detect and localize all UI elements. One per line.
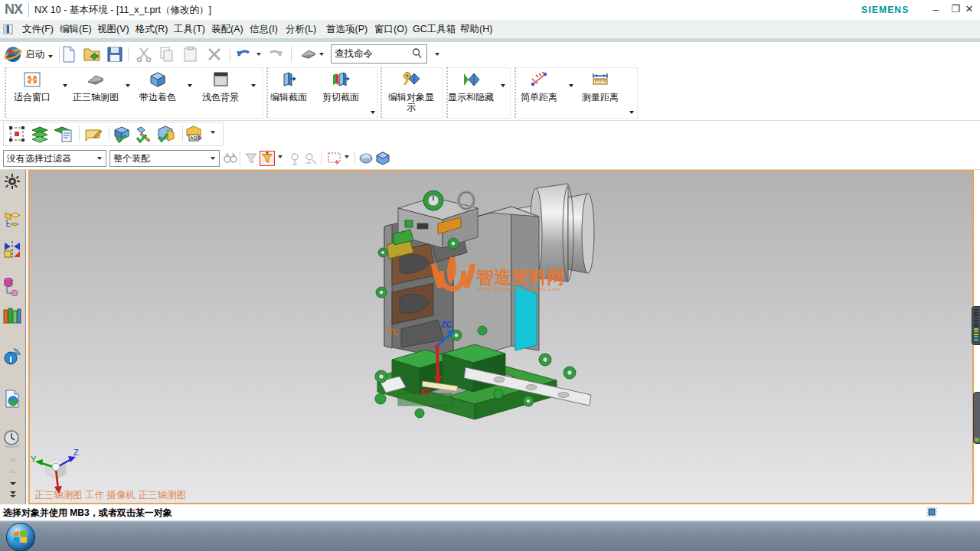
search-icon[interactable] bbox=[411, 47, 423, 60]
ribbon-button-label: 显示和隐藏 bbox=[447, 93, 495, 103]
hd3d-tools-icon[interactable] bbox=[2, 347, 22, 367]
simple-distance-dropdown-icon[interactable] bbox=[569, 84, 573, 87]
ribbon-button-clip-section[interactable]: 剪切截面 bbox=[317, 68, 364, 103]
ribbon-button-edit-section[interactable]: 编辑截面 bbox=[265, 68, 312, 103]
ribbon-button-label: 浅色背景 bbox=[197, 93, 244, 103]
selection-scope-value: 整个装配 bbox=[113, 152, 150, 165]
window-title: NX 10 - 基本环境 - [11_x_t.prt（修改的）] bbox=[34, 4, 211, 17]
tool-check-icon[interactable] bbox=[135, 125, 153, 143]
section-group-overflow-icon[interactable] bbox=[371, 111, 375, 114]
trimetric-view-dropdown-icon[interactable] bbox=[126, 84, 130, 87]
menu-item-information[interactable]: 信息(I) bbox=[247, 23, 280, 36]
shaded-select-icon[interactable] bbox=[358, 151, 374, 166]
assembly-constraints-icon[interactable] bbox=[8, 125, 26, 143]
ribbon-button-measure-distance[interactable]: 测量距离 bbox=[577, 68, 624, 103]
selection-bar: 没有选择过滤器 整个装配 bbox=[0, 146, 980, 170]
siemens-brand: SIEMENS bbox=[861, 5, 909, 15]
annotation-icon[interactable]: ABC bbox=[186, 125, 204, 143]
save-icon[interactable] bbox=[106, 45, 124, 64]
menu-item-window[interactable]: 窗口(O) bbox=[372, 23, 410, 36]
menu-item-help[interactable]: 帮助(H) bbox=[458, 23, 495, 36]
undo-icon[interactable] bbox=[234, 45, 253, 64]
ribbon-button-show-hide[interactable]: 显示和隐藏 bbox=[447, 68, 495, 103]
resource-scroll-up-icon[interactable] bbox=[8, 466, 18, 472]
menu-item-analysis[interactable]: 分析(L) bbox=[283, 23, 318, 36]
layer-settings-icon[interactable] bbox=[54, 125, 73, 143]
new-file-icon[interactable] bbox=[60, 45, 78, 64]
screen-overlay-meter-widget[interactable] bbox=[972, 306, 980, 345]
orient-view-dropdown-icon[interactable] bbox=[319, 53, 324, 56]
selection-filter-dropdown-icon[interactable] bbox=[278, 155, 283, 158]
wcs-x-label: XC bbox=[420, 387, 431, 396]
window-minimize-button[interactable]: – bbox=[929, 4, 942, 15]
selection-scope-combo[interactable]: 整个装配 bbox=[109, 150, 220, 167]
chevron-down-icon[interactable] bbox=[97, 157, 102, 160]
web-browser-icon[interactable] bbox=[2, 389, 22, 409]
add-component-icon[interactable] bbox=[113, 125, 132, 143]
ribbon-button-trimetric-view[interactable]: 正三轴测图 bbox=[72, 68, 119, 103]
toolbar-separator bbox=[230, 47, 230, 62]
redo-icon bbox=[266, 45, 285, 64]
menu-item-file[interactable]: 文件(F) bbox=[20, 23, 56, 36]
rectangle-select-dropdown-icon[interactable] bbox=[345, 155, 349, 158]
box-check-icon[interactable] bbox=[157, 125, 175, 143]
menu-item-format[interactable]: 格式(R) bbox=[133, 23, 170, 36]
menu-item-gc-toolbox[interactable]: GC工具箱 bbox=[410, 23, 458, 36]
fit-window-dropdown-icon[interactable] bbox=[63, 84, 67, 87]
annotation-dropdown-icon[interactable] bbox=[211, 131, 215, 134]
note-icon[interactable] bbox=[84, 125, 103, 143]
chevron-down-icon[interactable] bbox=[48, 55, 53, 58]
history-icon[interactable] bbox=[2, 429, 22, 449]
orient-view-icon[interactable] bbox=[299, 45, 318, 64]
roles-gear-icon[interactable] bbox=[2, 171, 22, 191]
screen-overlay-bar-widget[interactable] bbox=[973, 392, 980, 444]
window-close-button[interactable]: ✕ bbox=[963, 3, 975, 15]
selection-filter-combo[interactable]: 没有选择过滤器 bbox=[3, 150, 106, 167]
menu-item-tools[interactable]: 工具(T) bbox=[172, 23, 207, 36]
search-dropdown-icon[interactable] bbox=[435, 53, 439, 56]
triad-y-label: Y bbox=[31, 455, 37, 464]
ribbon-button-label: 编辑对象显示 bbox=[387, 93, 435, 112]
part-navigator-icon[interactable] bbox=[2, 276, 22, 296]
reuse-library-icon[interactable] bbox=[2, 306, 22, 326]
face-select-icon[interactable] bbox=[375, 151, 390, 166]
show-hide-dropdown-icon[interactable] bbox=[501, 84, 505, 87]
layers-icon[interactable] bbox=[31, 125, 49, 143]
menu-item-assemblies[interactable]: 装配(A) bbox=[209, 23, 246, 36]
ribbon-button-light-background[interactable]: 浅色背景 bbox=[197, 68, 244, 103]
measure-group-overflow-icon[interactable] bbox=[629, 111, 634, 114]
status-window-icon[interactable] bbox=[925, 506, 939, 518]
title-bar: NX NX 10 - 基本环境 - [11_x_t.prt（修改的）] SIEM… bbox=[0, 0, 980, 20]
selection-filter-icon[interactable] bbox=[260, 151, 275, 166]
ribbon-button-shaded-with-edges[interactable]: 带边着色 bbox=[134, 68, 181, 103]
constraint-navigator-icon[interactable] bbox=[2, 240, 22, 259]
nx-logo: NX bbox=[5, 2, 22, 18]
menu-item-view[interactable]: 视图(V) bbox=[95, 23, 132, 36]
undo-dropdown-icon[interactable] bbox=[256, 53, 261, 56]
start-menu-button[interactable]: 启动 bbox=[3, 44, 53, 65]
window-restore-button[interactable]: ❐ bbox=[949, 3, 962, 15]
resource-scroll-up-top-icon[interactable] bbox=[8, 455, 18, 461]
resource-scroll-down-bottom-icon[interactable] bbox=[8, 490, 18, 496]
resource-scroll-down-icon[interactable] bbox=[8, 478, 18, 484]
search-command-input[interactable]: 查找命令 bbox=[331, 44, 427, 64]
menu-item-edit[interactable]: 编辑(E) bbox=[57, 23, 94, 36]
find-object-icon[interactable] bbox=[223, 151, 238, 166]
light-background-dropdown-icon[interactable] bbox=[251, 84, 256, 87]
ribbon-button-simple-distance[interactable]: 简单距离 bbox=[515, 68, 563, 103]
show-hide-icon bbox=[447, 68, 495, 91]
start-button[interactable] bbox=[6, 523, 35, 551]
graphics-window[interactable]: ZC XC YC 智造资料网 WWW.ZHIZAOZILIAOWANG.COM bbox=[30, 171, 972, 503]
assembly-navigator-icon[interactable] bbox=[2, 210, 22, 230]
open-folder-icon[interactable] bbox=[83, 45, 101, 64]
nx-globe-icon bbox=[3, 44, 23, 64]
rectangle-select-icon[interactable] bbox=[327, 151, 342, 166]
toolbar-separator bbox=[128, 47, 129, 62]
ribbon-button-edit-object-display[interactable]: 编辑对象显示 bbox=[387, 68, 435, 112]
menu-grab-handle[interactable] bbox=[3, 23, 15, 35]
chevron-down-icon[interactable] bbox=[211, 157, 215, 160]
menu-item-preferences[interactable]: 首选项(P) bbox=[324, 23, 370, 36]
ribbon-button-fit-window[interactable]: 适合窗口 bbox=[8, 68, 56, 103]
toolbar-separator bbox=[79, 126, 80, 142]
shaded-with-edges-dropdown-icon[interactable] bbox=[188, 84, 192, 87]
